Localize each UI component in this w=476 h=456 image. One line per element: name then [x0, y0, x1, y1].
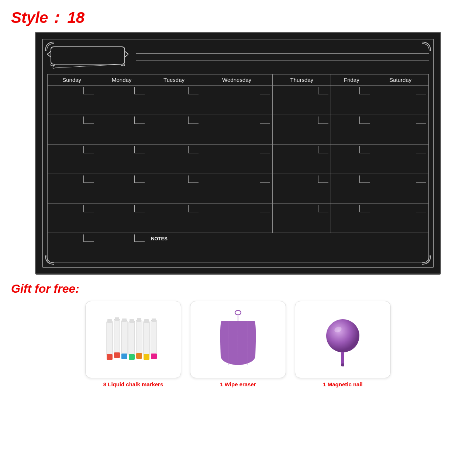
svg-rect-2: [107, 319, 112, 323]
table-row: [48, 203, 429, 233]
table-row: [48, 145, 429, 174]
header-monday: Monday: [96, 74, 147, 86]
svg-rect-0: [107, 321, 113, 356]
header-friday: Friday: [331, 74, 372, 86]
chalkboard-calendar: Sunday Monday Tuesday Wednesday Thursday…: [35, 32, 441, 275]
table-cell: [96, 233, 147, 262]
svg-rect-7: [121, 354, 127, 359]
table-cell: [331, 174, 372, 203]
style-number: 18: [67, 9, 84, 26]
style-prefix: Style：: [11, 9, 63, 26]
gifts-row: 8 Liquid chalk markers 1 Wipe eraser: [11, 301, 465, 387]
header-lines: [136, 53, 429, 60]
gift-item-cloth: 1 Wipe eraser: [190, 301, 286, 387]
table-cell: [331, 145, 372, 174]
table-cell: [273, 203, 331, 233]
header-saturday: Saturday: [372, 74, 429, 86]
svg-rect-15: [144, 321, 149, 356]
table-row: [48, 86, 429, 115]
table-cell: [96, 174, 147, 203]
magnet-box: [295, 301, 391, 378]
table-cell: [331, 115, 372, 145]
banner-icon: [47, 44, 128, 70]
svg-rect-24: [341, 352, 344, 365]
svg-rect-19: [151, 354, 157, 359]
svg-point-23: [326, 319, 359, 352]
table-cell: [96, 86, 147, 115]
table-cell: [147, 86, 201, 115]
table-cell: [273, 115, 331, 145]
table-cell: [372, 115, 429, 145]
svg-rect-11: [130, 319, 134, 323]
table-row-last: NOTES: [48, 233, 429, 262]
day-headers-row: Sunday Monday Tuesday Wednesday Thursday…: [48, 74, 429, 86]
table-cell: [48, 174, 96, 203]
svg-rect-18: [151, 320, 157, 355]
corner-tl: [44, 41, 55, 52]
svg-rect-3: [114, 319, 120, 354]
table-cell: [48, 203, 96, 233]
svg-rect-16: [144, 354, 149, 360]
style-heading: Style： 18: [11, 7, 465, 28]
markers-box: [85, 301, 181, 378]
table-cell: [331, 203, 372, 233]
table-cell: [273, 174, 331, 203]
table-cell: [201, 174, 272, 203]
calendar-header: [47, 44, 429, 70]
table-cell: [48, 145, 96, 174]
svg-rect-4: [114, 352, 120, 358]
table-cell: [147, 203, 201, 233]
svg-rect-13: [136, 353, 142, 359]
table-cell: [372, 145, 429, 174]
header-wednesday: Wednesday: [201, 74, 272, 86]
magnet-caption: 1 Magnetic nail: [323, 381, 363, 387]
svg-rect-25: [341, 363, 344, 366]
header-line-2: [136, 57, 429, 57]
magnet-icon: [319, 308, 367, 371]
header-sunday: Sunday: [48, 74, 96, 86]
svg-rect-10: [129, 354, 135, 360]
gift-item-magnet: 1 Magnetic nail: [295, 301, 391, 387]
header-thursday: Thursday: [273, 74, 331, 86]
table-row: [48, 115, 429, 145]
table-row: [48, 174, 429, 203]
gift-item-markers: 8 Liquid chalk markers: [85, 301, 181, 387]
table-cell: [372, 86, 429, 115]
table-cell: [96, 115, 147, 145]
chalkboard-inner: Sunday Monday Tuesday Wednesday Thursday…: [42, 39, 434, 268]
svg-rect-6: [121, 320, 127, 355]
corner-tr: [421, 41, 432, 52]
table-cell: [201, 115, 272, 145]
svg-point-21: [235, 310, 241, 315]
svg-rect-8: [122, 318, 127, 322]
table-cell: [147, 145, 201, 174]
cloth-icon: [214, 308, 262, 371]
table-cell: [273, 145, 331, 174]
table-cell: [48, 115, 96, 145]
svg-rect-12: [136, 320, 142, 355]
cloth-caption: 1 Wipe eraser: [220, 381, 256, 387]
calendar-table: Sunday Monday Tuesday Wednesday Thursday…: [47, 74, 429, 262]
table-cell: [201, 203, 272, 233]
table-cell: [96, 145, 147, 174]
notes-label: NOTES: [149, 234, 427, 243]
table-cell: [48, 233, 96, 262]
svg-rect-20: [152, 318, 156, 322]
table-cell: [147, 174, 201, 203]
markers-caption: 8 Liquid chalk markers: [103, 381, 163, 387]
header-tuesday: Tuesday: [147, 74, 201, 86]
svg-rect-1: [107, 354, 113, 360]
table-cell: [201, 145, 272, 174]
cloth-box: [190, 301, 286, 378]
table-cell: [372, 174, 429, 203]
markers-icon: [96, 310, 170, 369]
table-cell: [147, 115, 201, 145]
table-cell: [372, 203, 429, 233]
header-line-3: [136, 60, 429, 60]
table-cell: [48, 86, 96, 115]
table-cell: [331, 86, 372, 115]
svg-rect-9: [129, 321, 135, 356]
gift-heading: Gift for free:: [11, 282, 465, 296]
svg-rect-14: [137, 318, 141, 322]
notes-cell: NOTES: [147, 233, 429, 262]
